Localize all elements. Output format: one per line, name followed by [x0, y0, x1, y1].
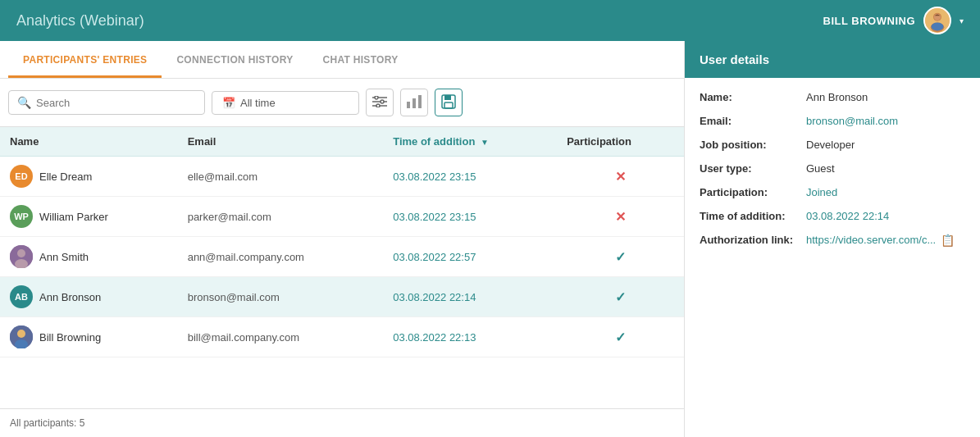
chart-icon	[407, 95, 422, 111]
sort-arrow-icon: ▼	[481, 138, 489, 147]
detail-row: Participation: Joined	[700, 186, 965, 198]
col-header-participation: Participation	[557, 127, 684, 157]
avatar	[923, 7, 951, 34]
main-container: PARTICIPANTS' ENTRIES CONNECTION HISTORY…	[0, 41, 980, 437]
calendar-icon: 📅	[222, 97, 235, 109]
table-footer: All participants: 5	[0, 408, 684, 437]
table-header-row: Name Email Time of addition ▼ Participat…	[0, 127, 684, 157]
cell-name: Bill Browning	[0, 317, 178, 357]
participation-check-icon: ✓	[615, 250, 626, 264]
svg-point-18	[17, 249, 25, 257]
copy-icon[interactable]: 📋	[941, 234, 955, 247]
cell-email: ann@mail.company.com	[178, 237, 384, 277]
detail-value: Ann Bronson	[806, 91, 868, 103]
svg-rect-15	[444, 95, 451, 100]
detail-row: Email: bronson@mail.com	[700, 115, 965, 127]
search-box[interactable]: 🔍	[8, 90, 205, 115]
col-header-time-label: Time of addition	[393, 135, 475, 148]
detail-value-link[interactable]: 03.08.2022 22:14	[806, 210, 889, 222]
cell-time: 03.08.2022 23:15	[383, 197, 557, 237]
tab-participants[interactable]: PARTICIPANTS' ENTRIES	[8, 41, 162, 78]
search-icon: 🔍	[17, 96, 31, 109]
cell-email: bronson@mail.com	[178, 277, 384, 317]
title-subtitle: (Webinar)	[80, 12, 144, 29]
cell-participation: ✓	[557, 277, 684, 317]
date-filter[interactable]: 📅 All time	[212, 91, 359, 115]
cell-email: bill@mail.company.com	[178, 317, 384, 357]
participation-x-icon: ✕	[615, 210, 626, 224]
detail-row: User type: Guest	[700, 162, 965, 175]
participation-check-icon: ✓	[615, 330, 626, 344]
cell-name: AB Ann Bronson	[0, 277, 178, 317]
table-row[interactable]: AB Ann Bronson bronson@mail.com 03.08.20…	[0, 277, 684, 317]
col-header-name: Name	[0, 127, 178, 157]
table-row[interactable]: ED Elle Dream elle@mail.com 03.08.2022 2…	[0, 157, 684, 197]
title-main: Analytics	[16, 12, 75, 29]
detail-value-link[interactable]: Joined	[806, 186, 837, 198]
detail-row: Job position: Developer	[700, 139, 965, 151]
svg-point-8	[375, 96, 378, 99]
chart-button[interactable]	[400, 89, 428, 116]
detail-value: Guest	[806, 162, 835, 175]
svg-rect-11	[407, 102, 410, 108]
tab-chat[interactable]: CHAT HISTORY	[308, 41, 413, 78]
cell-name: Ann Smith	[0, 237, 178, 277]
participation-check-icon: ✓	[615, 290, 626, 304]
svg-point-4	[932, 23, 944, 31]
right-panel: User details Name: Ann Bronson Email: br…	[685, 41, 980, 437]
cell-participation: ✓	[557, 237, 684, 277]
col-header-time[interactable]: Time of addition ▼	[383, 127, 557, 157]
svg-rect-16	[444, 102, 453, 108]
participation-x-icon: ✕	[615, 170, 626, 184]
detail-value-link[interactable]: https://video.server.com/c...	[806, 234, 936, 247]
cell-time: 03.08.2022 22:13	[383, 317, 557, 357]
table-row[interactable]: Bill Browning bill@mail.company.com 03.0…	[0, 317, 684, 357]
save-icon	[441, 94, 456, 112]
detail-row: Time of addition: 03.08.2022 22:14	[700, 210, 965, 222]
detail-label: Email:	[700, 115, 806, 127]
user-name-cell: William Parker	[39, 211, 108, 223]
date-filter-label: All time	[240, 97, 276, 109]
cell-time: 03.08.2022 22:57	[383, 237, 557, 277]
svg-point-21	[17, 330, 25, 338]
detail-label: User type:	[700, 162, 806, 175]
cell-participation: ✕	[557, 197, 684, 237]
col-header-email: Email	[178, 127, 384, 157]
cell-name: WP William Parker	[0, 197, 178, 237]
tabs-bar: PARTICIPANTS' ENTRIES CONNECTION HISTORY…	[0, 41, 684, 79]
detail-label: Time of addition:	[700, 210, 806, 222]
detail-label: Participation:	[700, 186, 806, 198]
toolbar: 🔍 📅 All time	[0, 79, 684, 127]
cell-time: 03.08.2022 22:14	[383, 277, 557, 317]
tab-connection[interactable]: CONNECTION HISTORY	[162, 41, 308, 78]
left-panel: PARTICIPANTS' ENTRIES CONNECTION HISTORY…	[0, 41, 685, 437]
cell-participation: ✓	[557, 317, 684, 357]
table-row[interactable]: Ann Smith ann@mail.company.com 03.08.202…	[0, 237, 684, 277]
user-menu[interactable]: BILL BROWNING ▾	[823, 7, 964, 34]
cell-participation: ✕	[557, 157, 684, 197]
cell-email: elle@mail.com	[178, 157, 384, 197]
detail-row: Name: Ann Bronson	[700, 91, 965, 103]
svg-point-9	[381, 100, 384, 103]
svg-point-10	[376, 104, 380, 107]
user-details-header: User details	[685, 41, 980, 78]
user-name-cell: Bill Browning	[39, 331, 101, 344]
participants-table: Name Email Time of addition ▼ Participat…	[0, 127, 684, 408]
app-header: Analytics (Webinar) BILL BROWNING ▾	[0, 0, 980, 41]
detail-label: Job position:	[700, 139, 806, 151]
save-button[interactable]	[435, 89, 463, 116]
cell-name: ED Elle Dream	[0, 157, 178, 197]
user-name: BILL BROWNING	[823, 15, 915, 27]
search-input[interactable]	[36, 97, 196, 109]
filter-icon	[372, 96, 387, 110]
cell-email: parker@mail.com	[178, 197, 384, 237]
detail-value: Developer	[806, 139, 855, 151]
chevron-down-icon: ▾	[959, 16, 964, 25]
detail-value-link[interactable]: bronson@mail.com	[806, 115, 898, 127]
cell-time: 03.08.2022 23:15	[383, 157, 557, 197]
user-name-cell: Elle Dream	[39, 171, 92, 183]
filter-button[interactable]	[366, 89, 394, 116]
detail-label: Name:	[700, 91, 806, 103]
app-title: Analytics (Webinar)	[16, 12, 144, 30]
table-row[interactable]: WP William Parker parker@mail.com 03.08.…	[0, 197, 684, 237]
